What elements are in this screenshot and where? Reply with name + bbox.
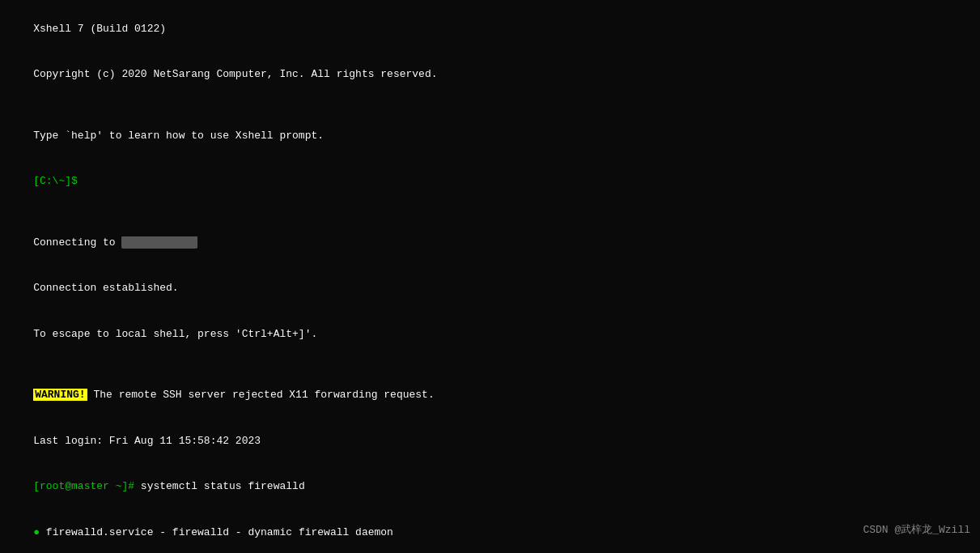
connecting-text: Connecting to: [33, 236, 121, 249]
warning-line: WARNING! The remote SSH server rejected …: [8, 372, 972, 419]
title-line: Xshell 7 (Build 0122): [8, 6, 972, 53]
help-line: Type `help' to learn how to use Xshell p…: [8, 113, 972, 160]
fw-service-line: ● firewalld.service - firewalld - dynami…: [8, 510, 972, 553]
copyright-text: Copyright (c) 2020 NetSarang Computer, I…: [33, 68, 437, 80]
root-prompt: [root@master ~]#: [33, 480, 134, 492]
escape-text: To escape to local shell, press 'Ctrl+Al…: [33, 328, 317, 340]
escape-line: To escape to local shell, press 'Ctrl+Al…: [8, 312, 972, 358]
lastlogin-text: Last login: Fri Aug 11 15:58:42 2023: [33, 435, 261, 447]
copyright-line: Copyright (c) 2020 NetSarang Computer, I…: [8, 53, 972, 99]
watermark: CSDN @武梓龙_Wzill: [863, 523, 970, 538]
fw-service-text: firewalld.service - firewalld - dynamic …: [46, 526, 393, 538]
help-text: Type `help' to learn how to use Xshell p…: [33, 130, 324, 142]
blank-1: [8, 98, 972, 113]
ip-redacted: ████████████: [121, 236, 197, 249]
warning-badge: WARNING!: [33, 389, 87, 401]
green-dot: ●: [33, 526, 46, 538]
lastlogin-line: Last login: Fri Aug 11 15:58:42 2023: [8, 419, 972, 465]
blank-2: [8, 205, 972, 220]
cmd-firewalld-line: [root@master ~]# systemctl status firewa…: [8, 464, 972, 510]
established-line: Connection established.: [8, 266, 972, 312]
cmd-text: systemctl status firewalld: [134, 480, 305, 492]
prompt-1: [C:\~]$: [8, 159, 972, 205]
connecting-line: Connecting to ████████████: [8, 220, 972, 266]
title-text: Xshell 7 (Build 0122): [33, 23, 166, 35]
warning-text: The remote SSH server rejected X11 forwa…: [87, 389, 435, 401]
established-text: Connection established.: [33, 282, 178, 294]
prompt-text-1: [C:\~]$: [33, 175, 78, 187]
blank-3: [8, 357, 972, 372]
terminal-window: Xshell 7 (Build 0122) Copyright (c) 2020…: [8, 6, 972, 553]
